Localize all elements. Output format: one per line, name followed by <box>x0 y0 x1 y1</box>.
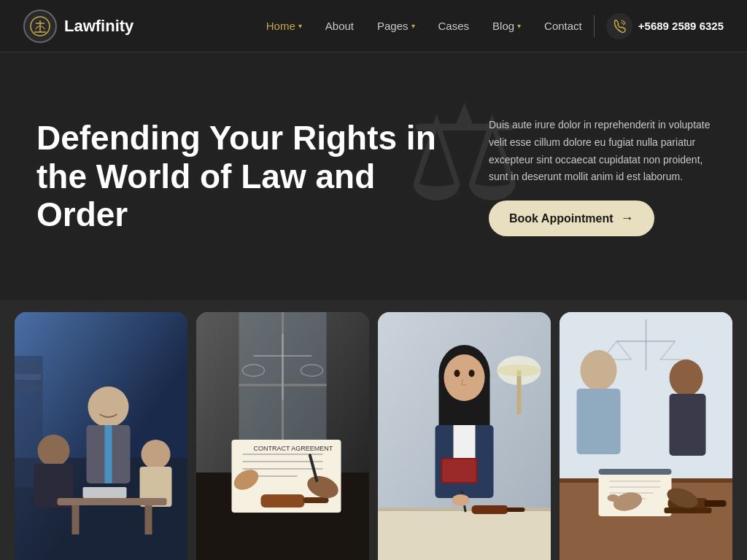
svg-point-49 <box>454 370 460 377</box>
svg-point-45 <box>498 365 541 376</box>
photo-card-1 <box>15 312 187 560</box>
photo-card-4 <box>560 312 732 560</box>
svg-rect-8 <box>15 374 42 380</box>
svg-point-10 <box>88 386 129 427</box>
nav-item-contact[interactable]: Contact <box>544 20 582 32</box>
svg-rect-66 <box>577 389 621 454</box>
nav-item-pages[interactable]: Pages ▾ <box>377 20 415 32</box>
navbar: Lawfinity Home ▾ About Pages ▾ Cases <box>0 0 747 52</box>
book-appointment-label: Book Appointment <box>509 212 614 225</box>
svg-rect-37 <box>303 497 329 503</box>
phone-number: +5689 2589 6325 <box>638 20 724 32</box>
photo-card-2: CONTRACT AGREEMENT <box>196 312 369 560</box>
svg-point-82 <box>608 494 619 502</box>
svg-rect-19 <box>145 505 152 534</box>
nav-link-cases[interactable]: Cases <box>438 20 470 32</box>
svg-rect-55 <box>378 509 551 560</box>
svg-point-67 <box>670 359 703 396</box>
svg-rect-7 <box>15 363 42 369</box>
nav-item-home[interactable]: Home ▾ <box>266 20 302 32</box>
nav-link-blog[interactable]: Blog ▾ <box>492 20 521 32</box>
svg-point-13 <box>38 435 70 467</box>
svg-point-15 <box>142 440 171 469</box>
nav-divider <box>594 15 595 37</box>
svg-rect-20 <box>83 487 127 498</box>
nav-link-about[interactable]: About <box>325 20 354 32</box>
nav-link-home[interactable]: Home ▾ <box>266 20 302 32</box>
nav-item-blog[interactable]: Blog ▾ <box>492 20 521 32</box>
nav-links: Home ▾ About Pages ▾ Cases Blog ▾ <box>266 20 582 32</box>
hero-right: Duis aute irure dolor in reprehenderit i… <box>489 117 711 236</box>
photo-strip: CONTRACT AGREEMENT <box>0 298 747 560</box>
svg-rect-78 <box>705 500 727 507</box>
svg-rect-57 <box>472 505 508 514</box>
svg-rect-44 <box>517 370 522 414</box>
nav-link-contact[interactable]: Contact <box>544 20 582 32</box>
svg-rect-9 <box>15 385 42 391</box>
phone-area[interactable]: +5689 2589 6325 <box>606 13 724 39</box>
arrow-right-icon: → <box>621 211 634 226</box>
photo-inner-1 <box>15 312 187 560</box>
svg-point-60 <box>452 494 470 506</box>
chevron-down-icon-blog: ▾ <box>517 22 521 30</box>
svg-rect-54 <box>443 459 476 482</box>
svg-rect-12 <box>105 425 112 483</box>
book-appointment-button[interactable]: Book Appointment → <box>489 201 654 236</box>
svg-point-50 <box>469 370 475 377</box>
svg-rect-68 <box>670 394 706 456</box>
photo-inner-3 <box>378 312 551 560</box>
logo-text: Lawfinity <box>64 17 133 36</box>
hero-title: Defending Your Rights in the World of La… <box>36 119 445 235</box>
photo-inner-4 <box>560 312 732 560</box>
hero-description: Duis aute irure dolor in reprehenderit i… <box>489 117 711 186</box>
hero-section: ⚖ Defending Your Rights in the World of … <box>0 52 747 300</box>
logo-link[interactable]: Lawfinity <box>23 9 133 43</box>
svg-rect-72 <box>599 469 672 475</box>
chevron-down-icon-pages: ▾ <box>411 22 415 30</box>
chevron-down-icon: ▾ <box>298 22 302 30</box>
svg-rect-58 <box>507 508 525 512</box>
svg-rect-18 <box>72 505 80 534</box>
svg-point-65 <box>581 350 617 391</box>
nav-item-about[interactable]: About <box>325 20 354 32</box>
svg-rect-17 <box>58 498 167 505</box>
phone-icon <box>606 13 632 39</box>
logo-icon <box>23 9 57 43</box>
svg-rect-36 <box>261 494 305 508</box>
nav-item-cases[interactable]: Cases <box>438 20 470 32</box>
nav-link-pages[interactable]: Pages ▾ <box>377 20 415 32</box>
svg-rect-79 <box>665 508 712 513</box>
hero-left: Defending Your Rights in the World of La… <box>36 119 445 235</box>
svg-point-48 <box>444 354 485 401</box>
photo-card-3 <box>378 312 551 560</box>
photo-inner-2: CONTRACT AGREEMENT <box>196 312 369 560</box>
svg-text:CONTRACT AGREEMENT: CONTRACT AGREEMENT <box>254 445 333 452</box>
